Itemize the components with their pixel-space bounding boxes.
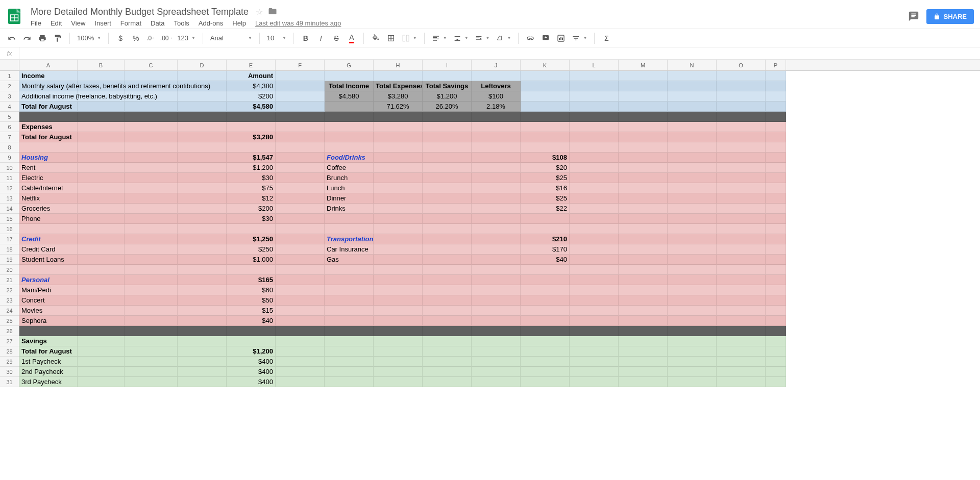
cell-L30[interactable]: [570, 367, 619, 377]
cell-D26[interactable]: [178, 326, 227, 336]
cell-D20[interactable]: [178, 265, 227, 275]
cell-H23[interactable]: [374, 295, 423, 306]
rowhdr-9[interactable]: 9: [0, 153, 19, 163]
doc-title[interactable]: More Detailed Monthly Budget Spreadsheet…: [29, 6, 251, 18]
cell-N26[interactable]: [668, 326, 717, 336]
cell-I18[interactable]: [423, 244, 472, 255]
cell-H24[interactable]: [374, 306, 423, 316]
cell-M2[interactable]: [619, 81, 668, 91]
cell-N22[interactable]: [668, 285, 717, 295]
cell-J9[interactable]: [472, 153, 521, 163]
cell-K26[interactable]: [521, 326, 570, 336]
colhdr-I[interactable]: I: [423, 60, 472, 70]
menu-data[interactable]: Data: [151, 19, 164, 27]
cell-O27[interactable]: [717, 336, 766, 346]
cell-L19[interactable]: [570, 255, 619, 265]
cell-J16[interactable]: [472, 224, 521, 234]
cell-O5[interactable]: [717, 112, 766, 122]
cell-G23[interactable]: [325, 295, 374, 306]
cell-C25[interactable]: [125, 316, 178, 326]
cell-P31[interactable]: [766, 377, 786, 387]
cell-C1[interactable]: [125, 71, 178, 81]
bold-icon[interactable]: B: [299, 32, 312, 45]
cell-D9[interactable]: [178, 153, 227, 163]
cell-L8[interactable]: [570, 142, 619, 153]
cell-G19[interactable]: Gas: [325, 255, 374, 265]
cell-K19[interactable]: $40: [521, 255, 570, 265]
menu-format[interactable]: Format: [120, 19, 141, 27]
cell-O26[interactable]: [717, 326, 766, 336]
cell-O25[interactable]: [717, 316, 766, 326]
cell-D25[interactable]: [178, 316, 227, 326]
share-button[interactable]: SHARE: [926, 9, 974, 24]
italic-icon[interactable]: I: [314, 32, 328, 45]
cell-A30[interactable]: 2nd Paycheck: [19, 367, 78, 377]
cell-E31[interactable]: $400: [227, 377, 276, 387]
cell-F1[interactable]: [276, 71, 325, 81]
rowhdr-6[interactable]: 6: [0, 122, 19, 132]
cell-N31[interactable]: [668, 377, 717, 387]
cell-O7[interactable]: [717, 132, 766, 142]
cell-O31[interactable]: [717, 377, 766, 387]
cell-J22[interactable]: [472, 285, 521, 295]
cell-H21[interactable]: [374, 275, 423, 285]
cell-A16[interactable]: [19, 224, 78, 234]
cell-M13[interactable]: [619, 193, 668, 204]
cell-D22[interactable]: [178, 285, 227, 295]
cell-L12[interactable]: [570, 183, 619, 193]
cell-E19[interactable]: $1,000: [227, 255, 276, 265]
cell-K24[interactable]: [521, 306, 570, 316]
cell-E18[interactable]: $250: [227, 244, 276, 255]
cell-C5[interactable]: [125, 112, 178, 122]
cell-A19[interactable]: Student Loans: [19, 255, 78, 265]
cell-K21[interactable]: [521, 275, 570, 285]
cell-C26[interactable]: [125, 326, 178, 336]
cell-K25[interactable]: [521, 316, 570, 326]
cell-M25[interactable]: [619, 316, 668, 326]
cell-O20[interactable]: [717, 265, 766, 275]
fill-color-icon[interactable]: [369, 32, 382, 45]
cell-B14[interactable]: [78, 204, 125, 214]
cell-F25[interactable]: [276, 316, 325, 326]
cell-F5[interactable]: [276, 112, 325, 122]
cell-E1[interactable]: Amount: [227, 71, 276, 81]
cell-M15[interactable]: [619, 214, 668, 224]
cell-M16[interactable]: [619, 224, 668, 234]
cell-E30[interactable]: $400: [227, 367, 276, 377]
cell-E6[interactable]: [227, 122, 276, 132]
cell-M14[interactable]: [619, 204, 668, 214]
cell-J23[interactable]: [472, 295, 521, 306]
cell-E11[interactable]: $30: [227, 173, 276, 183]
cell-F22[interactable]: [276, 285, 325, 295]
cell-L23[interactable]: [570, 295, 619, 306]
cell-N2[interactable]: [668, 81, 717, 91]
cell-H25[interactable]: [374, 316, 423, 326]
cell-A3[interactable]: Additional income (freelance, babysittin…: [19, 91, 78, 102]
cell-C20[interactable]: [125, 265, 178, 275]
cell-C6[interactable]: [125, 122, 178, 132]
cell-J12[interactable]: [472, 183, 521, 193]
cell-G25[interactable]: [325, 316, 374, 326]
rowhdr-28[interactable]: 28: [0, 346, 19, 357]
cell-A29[interactable]: 1st Paycheck: [19, 357, 78, 367]
cell-M29[interactable]: [619, 357, 668, 367]
cell-H13[interactable]: [374, 193, 423, 204]
cell-I16[interactable]: [423, 224, 472, 234]
cell-M20[interactable]: [619, 265, 668, 275]
cell-E24[interactable]: $15: [227, 306, 276, 316]
cell-F29[interactable]: [276, 357, 325, 367]
cell-I26[interactable]: [423, 326, 472, 336]
cell-E23[interactable]: $50: [227, 295, 276, 306]
cell-P10[interactable]: [766, 163, 786, 173]
cell-G18[interactable]: Car Insurance: [325, 244, 374, 255]
cell-K28[interactable]: [521, 346, 570, 357]
cell-L10[interactable]: [570, 163, 619, 173]
cell-P18[interactable]: [766, 244, 786, 255]
cell-L5[interactable]: [570, 112, 619, 122]
cell-L6[interactable]: [570, 122, 619, 132]
cell-B29[interactable]: [78, 357, 125, 367]
cell-I4[interactable]: 26.20%: [423, 102, 472, 112]
rowhdr-2[interactable]: 2: [0, 81, 19, 91]
cell-D6[interactable]: [178, 122, 227, 132]
cell-J15[interactable]: [472, 214, 521, 224]
